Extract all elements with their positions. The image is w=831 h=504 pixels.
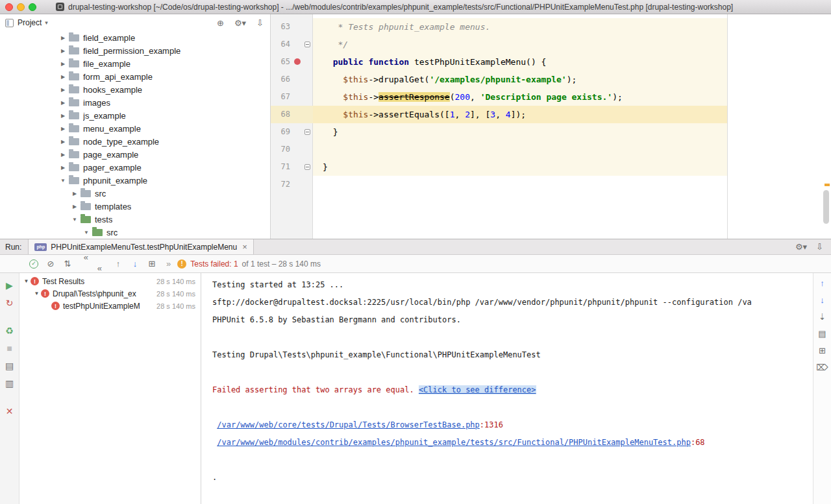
chevron-collapsed-icon[interactable]: ▶ [58, 48, 68, 54]
project-item-images[interactable]: ▶images [0, 96, 270, 109]
test-tree-item[interactable]: !testPhpUnitExampleM28 s 140 ms [19, 300, 201, 312]
project-item-tests[interactable]: ▼tests [0, 213, 270, 226]
editor-line[interactable]: 67 $this->assertResponse(200, 'Descripti… [271, 88, 831, 106]
test-history-icon[interactable]: ⊞ [144, 258, 160, 270]
error-stripe-mark[interactable] [825, 184, 830, 186]
fold-icon[interactable] [304, 164, 310, 170]
restore-layout-button[interactable]: ▤ [5, 360, 14, 372]
chevron-collapsed-icon[interactable]: ▶ [58, 113, 68, 119]
show-ignored-icon[interactable]: ⊘ [43, 258, 58, 270]
project-item-phpunit_example[interactable]: ▼phpunit_example [0, 174, 270, 187]
token-plain: } [323, 127, 338, 137]
chevron-expanded-icon[interactable]: ▼ [82, 230, 91, 235]
minimize-window-button[interactable] [17, 3, 25, 11]
project-item-hooks_example[interactable]: ▶hooks_example [0, 83, 270, 96]
chevron-expanded-icon[interactable]: ▼ [58, 178, 68, 184]
show-passed-icon[interactable]: ✓ [26, 258, 42, 270]
project-item-pager_example[interactable]: ▶pager_example [0, 161, 270, 174]
fold-icon[interactable] [304, 42, 310, 47]
editor-scrollbar-thumb[interactable] [823, 190, 829, 224]
folder-icon [81, 203, 91, 210]
pin-tab-button[interactable]: ▥ [5, 378, 14, 389]
editor-line[interactable]: 72 [271, 176, 831, 193]
console-link[interactable]: /var/www/web/modules/contrib/examples/ph… [217, 438, 691, 447]
run-tab[interactable]: php PHPUnitExampleMenuTest.testPhpUnitEx… [28, 239, 253, 254]
project-stripe-icon[interactable] [5, 19, 14, 27]
close-tab-icon[interactable]: × [242, 242, 247, 252]
chevron-collapsed-icon[interactable]: ▶ [70, 204, 79, 210]
previous-failed-test-icon[interactable]: ↑ [110, 258, 126, 270]
gutter-marker-area [290, 123, 313, 141]
project-item-node_type_example[interactable]: ▶node_type_example [0, 135, 270, 148]
chevron-collapsed-icon[interactable]: ▶ [70, 191, 79, 197]
fold-icon[interactable] [304, 129, 310, 135]
rerun-failed-tests-button[interactable]: ↻ [6, 297, 14, 309]
test-tree-item[interactable]: ▼!Drupal\Tests\phpunit_ex28 s 140 ms [19, 287, 201, 300]
export-results-button[interactable]: ⊞ [819, 346, 826, 355]
chevron-collapsed-icon[interactable]: ▶ [58, 87, 68, 93]
chevron-expanded-icon[interactable]: ▼ [22, 278, 31, 284]
run-settings-dropdown-button[interactable]: ⚙▾ [795, 242, 807, 252]
chevron-collapsed-icon[interactable]: ▶ [58, 126, 68, 132]
test-item-label: testPhpUnitExampleM [63, 302, 140, 311]
soft-wrap-button[interactable]: ▤ [818, 329, 826, 339]
project-item-form_api_example[interactable]: ▶form_api_example [0, 70, 270, 83]
editor-line[interactable]: 64 */ [271, 36, 831, 53]
chevron-collapsed-icon[interactable]: ▶ [58, 152, 68, 158]
project-item-page_example[interactable]: ▶page_example [0, 148, 270, 161]
editor-line[interactable]: 65 public function testPhpUnitExampleMen… [271, 53, 831, 71]
hide-run-window-button[interactable]: ⇩ [816, 242, 823, 252]
collapse-all-icon[interactable]: » [95, 256, 108, 272]
project-item-src[interactable]: ▶src [0, 187, 270, 200]
chevron-collapsed-icon[interactable]: ▶ [58, 100, 68, 106]
close-window-button[interactable] [5, 3, 13, 11]
chevron-collapsed-icon[interactable]: ▶ [58, 165, 68, 171]
project-item-templates[interactable]: ▶templates [0, 200, 270, 213]
chevron-expanded-icon[interactable]: ▼ [70, 217, 79, 222]
editor-line[interactable]: 63 * Tests phpunit_example menus. [271, 18, 831, 36]
chevron-collapsed-icon[interactable]: ▶ [58, 35, 68, 41]
scroll-to-end-button[interactable]: ⇣ [819, 312, 826, 322]
expand-all-icon[interactable]: » [78, 256, 91, 272]
test-failed-gutter-icon[interactable] [294, 58, 301, 65]
test-item-time: 28 s 140 ms [153, 278, 201, 285]
settings-button[interactable]: ⚙▾ [234, 18, 246, 28]
chevron-expanded-icon[interactable]: ▼ [32, 291, 41, 296]
project-item-field_permission_example[interactable]: ▶field_permission_example [0, 44, 270, 57]
next-occurrence-button[interactable]: ↓ [820, 295, 825, 305]
editor[interactable]: 63 * Tests phpunit_example menus.64 */65… [271, 14, 831, 239]
rerun-button[interactable]: ▶ [6, 280, 13, 291]
editor-line[interactable]: 68 $this->assertEquals([1, 2], [3, 4]); [271, 106, 831, 123]
console-output[interactable]: Testing started at 13:25 ...sftp://docke… [201, 273, 813, 504]
project-view-dropdown-icon[interactable]: ▾ [45, 19, 48, 26]
project-item-src[interactable]: ▼src [0, 226, 270, 239]
toolbar-more-chevron[interactable]: » [166, 259, 171, 269]
chevron-collapsed-icon[interactable]: ▶ [58, 61, 68, 67]
test-tree-item[interactable]: ▼!Test Results28 s 140 ms [19, 275, 201, 287]
zoom-window-button[interactable] [29, 3, 36, 11]
console-link[interactable]: /var/www/web/core/tests/Drupal/Tests/Bro… [217, 420, 480, 429]
next-failed-test-icon[interactable]: ↓ [127, 258, 143, 270]
chevron-collapsed-icon[interactable]: ▶ [58, 74, 68, 80]
prev-occurrence-button[interactable]: ↑ [820, 278, 825, 288]
tests-summary-text: of 1 test – 28 s 140 ms [242, 259, 321, 269]
close-run-button[interactable]: ✕ [6, 405, 14, 417]
clear-console-button[interactable]: ⌦ [816, 363, 828, 372]
hide-panel-button[interactable]: ⇩ [256, 18, 264, 28]
locate-file-button[interactable]: ⊕ [217, 18, 224, 28]
editor-line[interactable]: 66 $this->drupalGet('/examples/phpunit-e… [271, 71, 831, 88]
editor-line[interactable]: 70 [271, 141, 831, 158]
token-string: '/examples/phpunit-example' [429, 75, 566, 84]
chevron-collapsed-icon[interactable]: ▶ [58, 139, 68, 145]
expand-all-icon-glyph: » [84, 254, 88, 263]
stop-button[interactable]: ■ [6, 342, 12, 354]
project-item-js_example[interactable]: ▶js_example [0, 109, 270, 122]
toggle-auto-test-button[interactable]: ♻ [5, 325, 14, 337]
project-item-field_example[interactable]: ▶field_example [0, 31, 270, 44]
project-item-file_example[interactable]: ▶file_example [0, 57, 270, 70]
sort-by-duration-icon[interactable]: ⇅ [60, 258, 75, 270]
console-link[interactable]: <Click to see difference> [419, 385, 536, 394]
project-item-menu_example[interactable]: ▶menu_example [0, 122, 270, 135]
editor-line[interactable]: 71} [271, 158, 831, 176]
editor-line[interactable]: 69 } [271, 123, 831, 141]
